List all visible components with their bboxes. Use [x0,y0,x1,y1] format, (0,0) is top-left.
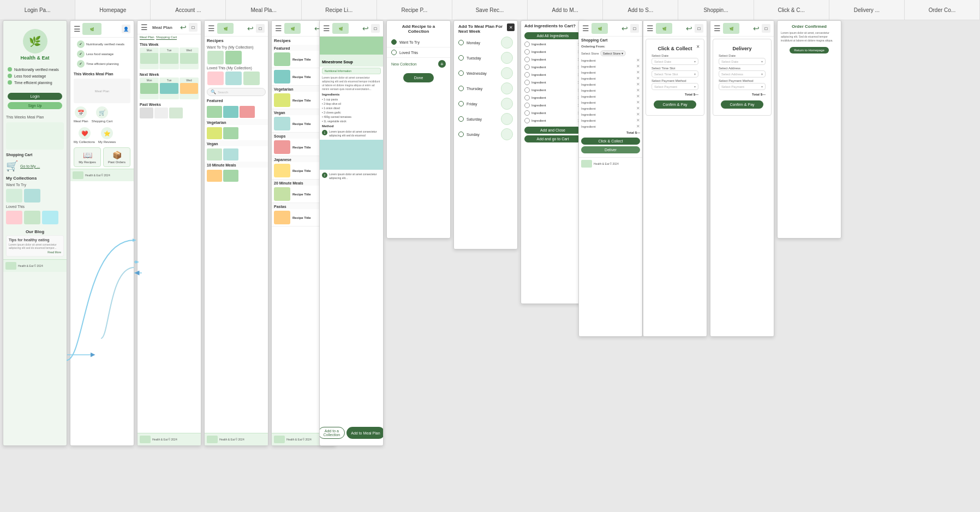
day-saturday[interactable]: Saturday [454,111,517,127]
deliver-btn[interactable]: Deliver [581,146,640,153]
day-thursday[interactable]: Thursday [454,81,517,96]
radio-want-to-try[interactable] [391,39,397,45]
day-monday[interactable]: Monday [454,35,517,50]
cc-payment-select[interactable]: Select Payment ▾ [652,83,698,90]
cc-back[interactable]: ↩ [686,24,692,33]
radio-tuesday[interactable] [458,55,464,61]
tab-saverecipe[interactable]: Save Rec... [452,0,528,20]
sc-ing-10-x[interactable]: ✕ [636,112,640,117]
check-3[interactable] [524,57,530,62]
del-payment-select[interactable]: Select Payment ▾ [719,83,766,90]
check-10[interactable] [524,110,530,116]
check-7[interactable] [524,87,530,93]
sc-ing-8-x[interactable]: ✕ [636,100,640,105]
check-11[interactable] [524,118,530,123]
addmeal-close-x[interactable]: ✕ [507,23,515,31]
check-9[interactable] [524,103,530,108]
del-confirm-btn[interactable]: Confirm & Pay [721,100,763,109]
tab-addmeal[interactable]: Add to M... [528,0,603,20]
radio-loved-this[interactable] [391,50,397,55]
add-all-btn[interactable]: Add All Ingredients [524,32,581,39]
radio-monday[interactable] [458,40,464,45]
add-and-go-btn[interactable]: Add and go to Cart [524,135,581,142]
sc-ing-7-x[interactable]: ✕ [636,94,640,99]
hp-section-reviews[interactable]: ⭐ My Reviews [98,127,116,144]
radio-sunday[interactable] [458,132,464,137]
new-collection-row[interactable]: New Collection + [387,58,450,70]
cc-time-select[interactable]: Select Time Slot ▾ [652,70,698,78]
del-back[interactable]: ↩ [753,24,760,33]
tab-account[interactable]: Account ... [151,0,226,20]
rp-back[interactable]: ↩ [362,24,369,33]
done-btn[interactable]: Done [403,73,434,82]
sc-ing-5-x[interactable]: ✕ [636,82,640,87]
tab-clickcollect[interactable]: Click & C... [754,0,829,20]
radio-wednesday[interactable] [458,70,464,76]
sc-ing-4-x[interactable]: ✕ [636,76,640,81]
check-8[interactable] [524,95,530,100]
check-4[interactable] [524,64,530,70]
go-to-my[interactable]: Go to My ... [20,164,40,168]
day-tuesday[interactable]: Tuesday [454,50,517,66]
account-hamburger[interactable]: ☰ [141,23,148,32]
sc-ing-3-x[interactable]: ✕ [636,70,640,75]
click-collect-btn[interactable]: Click & Collect [581,138,640,145]
recipe-search-bar[interactable]: 🔍 Search [207,88,266,96]
plus-icon[interactable]: + [438,60,446,68]
radio-friday[interactable] [458,101,464,106]
hamburger-icon[interactable]: ☰ [74,25,81,33]
person-icon[interactable]: 👤 [122,25,130,33]
collection-opt-loved-this[interactable]: Loved This [387,47,450,58]
sc-store-dropdown[interactable]: Select Store ▾ [600,50,626,56]
sc-ing-6-x[interactable]: ✕ [636,88,640,93]
nav-item-cart[interactable]: Shopping Cart [156,35,177,40]
sc-ing-12-x[interactable]: ✕ [636,124,640,129]
sc-ing-11-x[interactable]: ✕ [636,118,640,123]
check-2[interactable] [524,49,530,55]
oc-return-btn[interactable]: Return to Homepage [790,47,829,53]
tab-addshopping[interactable]: Add to S... [603,0,678,20]
check-6[interactable] [524,80,530,85]
cc-hamburger[interactable]: ☰ [647,24,654,33]
blog-card[interactable]: Tips for healthy eating Lorem ipsum dolo… [6,235,64,257]
day-sunday[interactable]: Sunday [454,127,517,142]
sc-store-select[interactable]: Select Store Select Store ▾ [579,49,642,57]
nav-item-mealplan[interactable]: Meal Plan [140,35,154,40]
account-back-arrow[interactable]: ↩ [180,23,187,32]
cc-date-select[interactable]: Select Date ▾ [652,58,698,65]
radio-saturday[interactable] [458,116,464,122]
tab-homepage[interactable]: Homepage [75,0,151,20]
hp-action-pastorders[interactable]: 📦 Past Orders [103,147,130,167]
add-and-close-btn[interactable]: Add and Close [524,127,581,134]
day-wednesday[interactable]: Wednesday [454,66,517,81]
tab-delivery[interactable]: Delivery ... [829,0,905,20]
rl-hamburger[interactable]: ☰ [275,24,282,33]
sc-hamburger[interactable]: ☰ [582,24,589,33]
login-button[interactable]: Login [8,93,62,100]
day-friday[interactable]: Friday [454,96,517,111]
search-input[interactable]: Search [218,91,228,94]
del-address-select[interactable]: Select Address ▾ [719,70,766,78]
add-to-collection-btn[interactable]: Add to a Collection [319,427,345,439]
mealplan-back[interactable]: ↩ [247,24,254,33]
sc-ing-1-x[interactable]: ✕ [636,58,640,63]
signup-button[interactable]: Sign Up [8,102,62,109]
hp-action-myrecipes[interactable]: 📖 My Recipes [74,147,101,167]
cc-close-btn[interactable]: × [696,44,700,50]
tab-orderconfirmed[interactable]: Order Co... [905,0,980,20]
sc-ing-2-x[interactable]: ✕ [636,64,640,69]
tab-recipelist[interactable]: Recipe Li... [302,0,377,20]
read-more-link[interactable]: Read More [47,251,61,254]
rp-hamburger[interactable]: ☰ [323,24,330,33]
collection-opt-want-to-try[interactable]: Want To Try [387,37,450,47]
hp-section-collections[interactable]: ❤️ My Collections [74,127,95,144]
tab-shopping[interactable]: Shoppin... [678,0,754,20]
tab-login[interactable]: Login Pa... [0,0,75,20]
add-to-mealplan-btn[interactable]: Add to Meal Plan [346,427,384,439]
sc-ing-9-x[interactable]: ✕ [636,106,640,111]
tab-recipepage[interactable]: Recipe P... [377,0,452,20]
del-date-select[interactable]: Select Date ▾ [719,58,766,65]
radio-thursday[interactable] [458,86,464,91]
del-hamburger[interactable]: ☰ [714,24,721,33]
check-1[interactable] [524,41,530,47]
